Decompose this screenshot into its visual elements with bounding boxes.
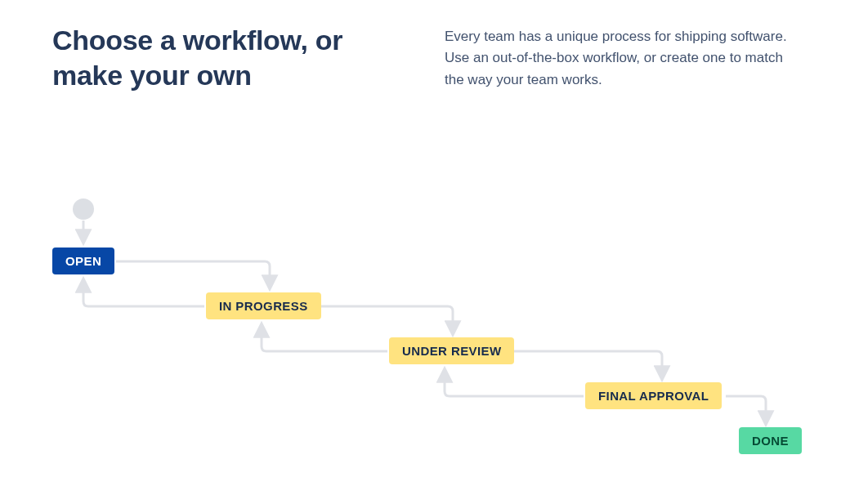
node-label: OPEN	[65, 254, 101, 268]
connector-lines	[52, 192, 804, 470]
page-heading: Choose a workflow, or make your own	[52, 23, 396, 92]
workflow-node-open: OPEN	[52, 248, 114, 274]
workflow-node-done: DONE	[739, 427, 802, 454]
workflow-diagram: OPEN IN PROGRESS UNDER REVIEW FINAL APPR…	[52, 192, 804, 470]
node-label: DONE	[752, 434, 789, 448]
node-label: FINAL APPROVAL	[598, 389, 709, 403]
node-label: UNDER REVIEW	[402, 344, 501, 358]
start-dot-icon	[73, 198, 94, 220]
workflow-node-final-approval: FINAL APPROVAL	[585, 382, 722, 409]
page-description: Every team has a unique process for ship…	[445, 23, 798, 92]
workflow-node-in-progress: IN PROGRESS	[206, 292, 321, 319]
workflow-node-under-review: UNDER REVIEW	[389, 337, 514, 364]
header-block: Choose a workflow, or make your own Ever…	[0, 0, 850, 92]
node-label: IN PROGRESS	[219, 299, 308, 313]
